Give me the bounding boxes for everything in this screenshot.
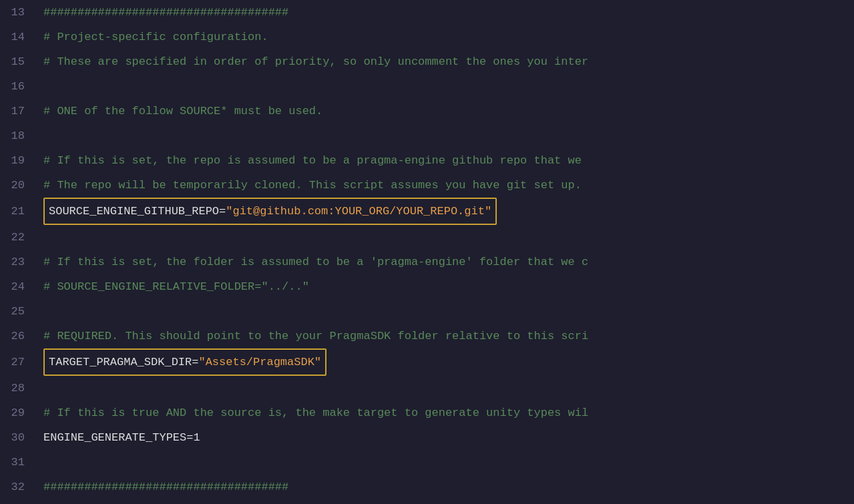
line-number-19: 19	[0, 148, 37, 173]
line-number-31: 31	[0, 450, 37, 475]
code-line-30: 30 ENGINE_GENERATE_TYPES=1	[0, 425, 854, 450]
line-number-18: 18	[0, 123, 37, 148]
code-line-15: 15 # These are specified in order of pri…	[0, 49, 854, 74]
line-27-val: "Assets/PragmaSDK"	[198, 350, 321, 374]
line-content-29: # If this is true AND the source is, the…	[37, 401, 854, 425]
code-line-24: 24 # SOURCE_ENGINE_RELATIVE_FOLDER="../.…	[0, 274, 854, 299]
code-line-13: 13 ####################################	[0, 0, 854, 25]
line-content-24: # SOURCE_ENGINE_RELATIVE_FOLDER="../.."	[37, 274, 854, 299]
code-line-23: 23 # If this is set, the folder is assum…	[0, 250, 854, 274]
line-21-key: SOURCE_ENGINE_GITHUB_REPO=	[49, 199, 226, 224]
line-content-23: # If this is set, the folder is assumed …	[37, 250, 854, 274]
code-line-14: 14 # Project-specific configuration.	[0, 25, 854, 49]
line-content-21: SOURCE_ENGINE_GITHUB_REPO="git@github.co…	[37, 198, 854, 225]
line-number-15: 15	[0, 49, 37, 74]
line-number-20: 20	[0, 173, 37, 198]
line-number-29: 29	[0, 401, 37, 425]
code-line-32: 32 ####################################	[0, 475, 854, 499]
line-content-15: # These are specified in order of priori…	[37, 49, 854, 74]
line-number-16: 16	[0, 74, 37, 99]
line-content-27: TARGET_PRAGMA_SDK_DIR="Assets/PragmaSDK"	[37, 348, 854, 376]
line-number-27: 27	[0, 350, 37, 374]
code-line-26: 26 # REQUIRED. This should point to the …	[0, 324, 854, 348]
code-line-27: 27 TARGET_PRAGMA_SDK_DIR="Assets/PragmaS…	[0, 348, 854, 376]
line-number-23: 23	[0, 250, 37, 274]
line-number-14: 14	[0, 25, 37, 49]
line-content-13: ####################################	[37, 0, 854, 25]
line-content-20: # The repo will be temporarily cloned. T…	[37, 173, 854, 198]
line-content-19: # If this is set, the repo is assumed to…	[37, 148, 854, 173]
code-editor: 13 #################################### …	[0, 0, 854, 504]
line-content-14: # Project-specific configuration.	[37, 25, 854, 49]
highlighted-box-27: TARGET_PRAGMA_SDK_DIR="Assets/PragmaSDK"	[43, 348, 327, 376]
line-content-32: ####################################	[37, 475, 854, 499]
code-line-29: 29 # If this is true AND the source is, …	[0, 401, 854, 425]
code-line-16: 16	[0, 74, 854, 99]
line-number-13: 13	[0, 0, 37, 25]
code-line-17: 17 # ONE of the follow SOURCE* must be u…	[0, 99, 854, 123]
line-number-21: 21	[0, 199, 37, 224]
line-number-32: 32	[0, 475, 37, 499]
code-line-25: 25	[0, 299, 854, 324]
line-21-val: "git@github.com:YOUR_ORG/YOUR_REPO.git"	[226, 199, 491, 224]
line-number-30: 30	[0, 425, 37, 450]
line-content-30: ENGINE_GENERATE_TYPES=1	[37, 425, 854, 450]
line-content-17: # ONE of the follow SOURCE* must be used…	[37, 99, 854, 123]
line-number-24: 24	[0, 274, 37, 299]
code-line-22: 22	[0, 225, 854, 250]
code-line-31: 31	[0, 450, 854, 475]
line-content-26: # REQUIRED. This should point to the you…	[37, 324, 854, 348]
line-number-28: 28	[0, 376, 37, 401]
line-number-26: 26	[0, 324, 37, 348]
line-number-25: 25	[0, 299, 37, 324]
code-line-20: 20 # The repo will be temporarily cloned…	[0, 173, 854, 198]
code-line-18: 18	[0, 123, 854, 148]
code-line-28: 28	[0, 376, 854, 401]
code-content: 13 #################################### …	[0, 0, 854, 499]
highlighted-box-21: SOURCE_ENGINE_GITHUB_REPO="git@github.co…	[43, 198, 497, 225]
line-number-17: 17	[0, 99, 37, 123]
code-line-21: 21 SOURCE_ENGINE_GITHUB_REPO="git@github…	[0, 198, 854, 225]
line-number-22: 22	[0, 225, 37, 250]
code-line-19: 19 # If this is set, the repo is assumed…	[0, 148, 854, 173]
line-27-key: TARGET_PRAGMA_SDK_DIR=	[49, 350, 198, 374]
